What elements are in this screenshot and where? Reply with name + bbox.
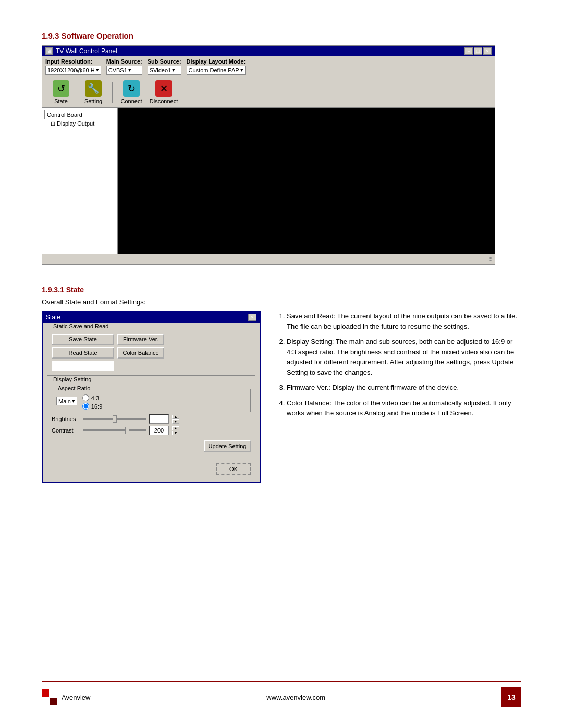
list-item-1: Save and Read: The current layout of the… xyxy=(287,311,521,331)
main-source-arrow: ▾ xyxy=(128,67,131,73)
setting-icon: 🔧 xyxy=(85,80,102,97)
ok-button[interactable]: OK xyxy=(216,463,251,475)
static-save-read-title: Static Save and Read xyxy=(52,323,110,329)
aspect-dropdown-value: Main xyxy=(58,398,71,404)
subsection-subtitle: Overall State and Format Settings: xyxy=(42,298,521,306)
input-resolution-value: 1920X1200@60 H xyxy=(47,67,95,73)
color-balance-button[interactable]: Color Balance xyxy=(117,347,164,359)
tv-panel-title: TV Wall Control Panel xyxy=(56,47,117,55)
disconnect-icon: ✕ xyxy=(155,80,172,97)
state-label: State xyxy=(54,98,68,104)
subsection-state: 1.9.3.1 State Overall State and Format S… xyxy=(42,286,521,483)
contrast-thumb[interactable] xyxy=(125,427,129,434)
contrast-up[interactable]: ▲ xyxy=(172,426,179,430)
tv-topbar: Input Resolution: 1920X1200@60 H ▾ Main … xyxy=(42,56,495,77)
contrast-value[interactable]: 200 xyxy=(149,426,169,435)
sub-source-field: Sub Source: SVideo1 ▾ xyxy=(148,58,181,75)
footer-url: www.avenview.com xyxy=(266,694,325,701)
static-save-right: Firmware Ver. Color Balance xyxy=(117,334,164,371)
aspect-ratio-group: Aspect Ratio Main ▾ xyxy=(52,389,251,412)
aspect-dropdown[interactable]: Main ▾ xyxy=(56,397,77,405)
contrast-arrows[interactable]: ▲ ▼ xyxy=(172,426,179,435)
setting-toolbar-button[interactable]: 🔧 Setting xyxy=(78,79,109,105)
footer-page-number: 13 xyxy=(501,687,521,707)
tv-main-display xyxy=(118,108,495,254)
aspect-dropdown-arrow: ▾ xyxy=(72,398,75,404)
main-source-value: CVBS1 xyxy=(108,67,127,73)
brightness-thumb[interactable] xyxy=(113,415,117,423)
logo-squares xyxy=(42,689,57,705)
state-dialog-close[interactable]: × xyxy=(248,314,256,321)
main-source-select[interactable]: CVBS1 ▾ xyxy=(106,66,142,75)
contrast-down[interactable]: ▼ xyxy=(172,431,179,435)
static-save-read-group: Static Save and Read Save State Read Sta… xyxy=(47,327,255,376)
tv-sidebar: Control Board ⊞ Display Output xyxy=(42,108,118,254)
logo-sq-2 xyxy=(50,689,57,697)
dialog-bottom: OK xyxy=(47,461,255,477)
state-dialog: State × Static Save and Read Save State … xyxy=(42,311,261,483)
brightness-row: Brightnes ▲ ▼ xyxy=(52,414,251,424)
state-textbox[interactable] xyxy=(52,361,114,371)
radio-43-row: 4:3 xyxy=(82,394,102,401)
main-source-field: Main Source: CVBS1 ▾ xyxy=(106,58,142,75)
sub-source-select[interactable]: SVideo1 ▾ xyxy=(148,66,181,75)
maximize-button[interactable]: □ xyxy=(474,47,482,55)
setting-label: Setting xyxy=(84,98,102,104)
list-item-4: Color Balance: The color of the video ca… xyxy=(287,398,521,418)
display-layout-arrow: ▾ xyxy=(240,67,243,73)
display-layout-label: Display Layout Mode: xyxy=(187,58,246,65)
disconnect-toolbar-button[interactable]: ✕ Disconnect xyxy=(148,79,179,105)
radio-43[interactable] xyxy=(82,394,89,401)
tv-content: Control Board ⊞ Display Output xyxy=(42,108,495,254)
brightness-track[interactable] xyxy=(83,418,146,420)
sub-source-arrow: ▾ xyxy=(172,67,175,73)
window-controls[interactable]: − □ × xyxy=(464,47,492,55)
aspect-inner: Main ▾ 4:3 xyxy=(56,391,246,410)
brightness-down[interactable]: ▼ xyxy=(172,419,179,424)
radio-43-label: 4:3 xyxy=(91,395,99,401)
update-setting-button[interactable]: Update Setting xyxy=(204,440,251,452)
tv-panel-titlebar: 🖥 TV Wall Control Panel − □ × xyxy=(42,46,495,56)
connect-icon: ↻ xyxy=(123,80,140,97)
brightness-value[interactable] xyxy=(149,414,169,424)
contrast-track[interactable] xyxy=(83,429,146,431)
display-layout-value: Custom Define PAP xyxy=(189,67,239,73)
tv-panel-window: 🖥 TV Wall Control Panel − □ × Input Reso… xyxy=(42,45,495,265)
list-item-3: Firmware Ver.: Display the current firmw… xyxy=(287,382,521,393)
firmware-ver-button[interactable]: Firmware Ver. xyxy=(117,334,164,345)
brightness-arrows[interactable]: ▲ ▼ xyxy=(172,415,179,424)
brightness-up[interactable]: ▲ xyxy=(172,415,179,419)
read-state-button[interactable]: Read State xyxy=(52,347,114,359)
input-resolution-select[interactable]: 1920X1200@60 H ▾ xyxy=(45,66,101,75)
radio-169-row: 16:9 xyxy=(82,403,102,410)
aspect-radio-group: 4:3 16:9 xyxy=(82,394,102,410)
logo-text: Avenview xyxy=(62,694,90,701)
control-board-label: Control Board xyxy=(47,112,82,118)
input-resolution-label: Input Resolution: xyxy=(45,58,101,65)
display-setting-title: Display Setting xyxy=(52,376,93,382)
contrast-row: Contrast 200 ▲ ▼ xyxy=(52,426,251,435)
connect-toolbar-button[interactable]: ↻ Connect xyxy=(116,79,147,105)
input-resolution-arrow: ▾ xyxy=(96,67,99,73)
contrast-label: Contrast xyxy=(52,427,80,434)
numbered-list: Save and Read: The current layout of the… xyxy=(276,311,521,418)
close-button[interactable]: × xyxy=(483,47,492,55)
aspect-ratio-title: Aspect Ratio xyxy=(56,385,92,391)
state-dialog-content: Static Save and Read Save State Read Sta… xyxy=(43,323,260,482)
title-icon: 🖥 xyxy=(45,47,53,55)
subsection-heading: 1.9.3.1 State xyxy=(42,286,521,294)
radio-169[interactable] xyxy=(82,403,89,410)
connect-label: Connect xyxy=(121,98,142,104)
display-layout-field: Display Layout Mode: Custom Define PAP ▾ xyxy=(187,58,246,75)
display-layout-select[interactable]: Custom Define PAP ▾ xyxy=(187,66,246,75)
minimize-button[interactable]: − xyxy=(464,47,473,55)
static-save-left: Save State Read State xyxy=(52,334,114,371)
display-output-item[interactable]: ⊞ Display Output xyxy=(44,120,115,127)
titlebar-left: 🖥 TV Wall Control Panel xyxy=(45,47,117,55)
toolbar-separator xyxy=(112,82,113,103)
save-state-button[interactable]: Save State xyxy=(52,334,114,345)
state-toolbar-button[interactable]: ↺ State xyxy=(45,79,77,105)
display-setting-group: Display Setting Aspect Ratio Main ▾ xyxy=(47,380,255,456)
two-col-layout: State × Static Save and Read Save State … xyxy=(42,311,521,483)
statusbar-grip: ⠿ xyxy=(489,256,493,262)
